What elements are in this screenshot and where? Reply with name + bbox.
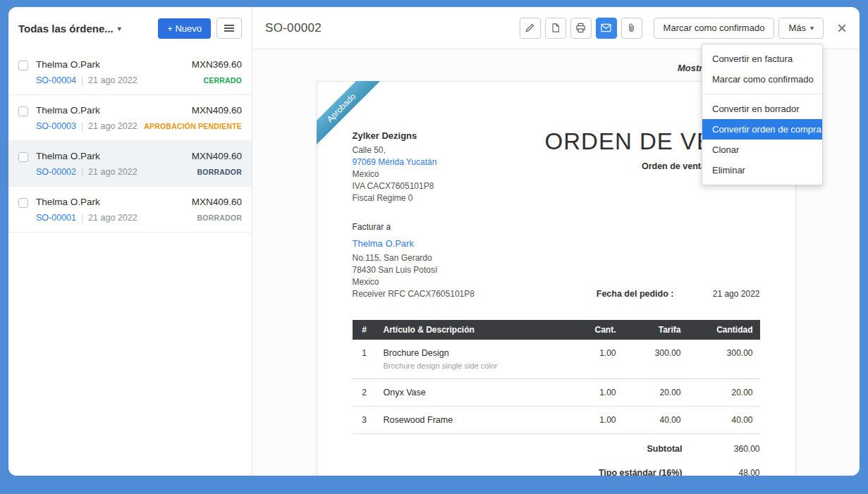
- item-amount: 20.00: [688, 379, 760, 407]
- bill-to-label: Facturar a: [353, 221, 475, 233]
- totals-section: Subtotal 360.00 Tipo estándar (16%) 48.0…: [353, 437, 760, 476]
- item-cell: Brochure Design Brochure design single s…: [377, 340, 567, 379]
- order-amount: MXN409.60: [192, 105, 242, 116]
- order-row[interactable]: Thelma O.Park MXN409.60 SO-00001 | 21 ag…: [8, 187, 252, 233]
- item-index: 1: [353, 340, 377, 379]
- desktop-background: Todas las órdene... ▾ + Nuevo Thelma O.P…: [0, 0, 868, 494]
- paperclip-icon: [627, 23, 636, 33]
- chevron-down-icon: ▾: [118, 25, 121, 32]
- order-date-row: Fecha del pedido : 21 ago 2022: [597, 289, 760, 300]
- menu-item-convert-purchase-order[interactable]: Convertir orden de compra: [702, 119, 822, 140]
- envelope-icon: [601, 23, 611, 32]
- sidebar: Todas las órdene... ▾ + Nuevo Thelma O.P…: [8, 7, 252, 476]
- order-row[interactable]: Thelma O.Park MXN409.60 SO-00003 | 21 ag…: [8, 95, 252, 141]
- order-row-body: Thelma O.Park MXN369.60 SO-00004 | 21 ag…: [36, 59, 242, 85]
- approval-ribbon-label: Aprobado: [317, 81, 385, 152]
- company-tax-id: IVA CACX7605101P8: [353, 180, 437, 192]
- status-badge: BORRADOR: [197, 214, 242, 222]
- menu-item-mark-confirmed[interactable]: Marcar como confirmado: [702, 69, 822, 89]
- item-cell: Onyx Vase: [377, 379, 567, 407]
- item-rate: 20.00: [623, 379, 688, 407]
- order-date-label: Fecha del pedido :: [597, 289, 674, 299]
- orders-filter-dropdown[interactable]: Todas las órdene... ▾: [18, 23, 152, 35]
- new-order-button[interactable]: + Nuevo: [158, 18, 211, 39]
- order-row-body: Thelma O.Park MXN409.60 SO-00001 | 21 ag…: [36, 197, 242, 223]
- order-row[interactable]: Thelma O.Park MXN369.60 SO-00004 | 21 ag…: [8, 49, 252, 95]
- menu-item-clone[interactable]: Clonar: [702, 140, 822, 160]
- order-checkbox[interactable]: [18, 61, 28, 70]
- status-badge: APROBACIÓN PENDIENTE: [144, 122, 242, 130]
- order-date: 21 ago 2022: [88, 167, 137, 177]
- order-number-link[interactable]: SO-00002: [36, 167, 76, 177]
- order-date: 21 ago 2022: [88, 121, 137, 131]
- attach-button[interactable]: [621, 18, 642, 39]
- menu-item-convert-draft[interactable]: Convertir en borrador: [702, 99, 822, 119]
- company-fiscal-regime: Fiscal Regime 0: [353, 192, 437, 204]
- printer-icon: [575, 23, 586, 33]
- menu-divider: [702, 94, 822, 94]
- item-name: Brochure Design: [384, 348, 560, 358]
- confirm-button[interactable]: Marcar como confirmado: [654, 18, 775, 39]
- menu-item-delete[interactable]: Eliminar: [702, 160, 822, 180]
- total-value: 360.00: [683, 444, 760, 454]
- order-list: Thelma O.Park MXN369.60 SO-00004 | 21 ag…: [8, 49, 252, 476]
- total-label: Subtotal: [647, 444, 683, 454]
- bill-to-block: Facturar a Thelma O.Park No.115, San Ger…: [353, 221, 475, 300]
- customer-name: Thelma O.Park: [36, 151, 100, 161]
- order-number-link[interactable]: SO-00003: [36, 121, 76, 131]
- order-row-body: Thelma O.Park MXN409.60 SO-00003 | 21 ag…: [36, 105, 242, 131]
- customer-rfc: Receiver RFC CACX7605101P8: [353, 288, 475, 300]
- table-row: 3 Rosewood Frame 1.00 40.00 40.00: [353, 407, 760, 434]
- order-amount: MXN369.60: [192, 59, 242, 70]
- item-index: 3: [353, 407, 377, 434]
- order-number-link[interactable]: SO-00001: [36, 213, 76, 223]
- company-country: Mexico: [353, 168, 437, 180]
- separator: |: [81, 75, 83, 85]
- customer-name: Thelma O.Park: [36, 197, 100, 207]
- menu-item-convert-invoice[interactable]: Convertir en factura: [702, 49, 822, 69]
- order-checkbox[interactable]: [18, 152, 28, 162]
- total-label: Tipo estándar (16%): [599, 468, 683, 476]
- email-button[interactable]: [596, 18, 617, 39]
- pdf-button[interactable]: [545, 18, 566, 39]
- hamburger-icon: [224, 23, 234, 33]
- approval-ribbon: Aprobado: [317, 81, 387, 152]
- items-table: # Artículo & Descripción Cant. Tarifa Ca…: [353, 320, 760, 434]
- item-amount: 300.00: [688, 340, 760, 379]
- chevron-down-icon: ▾: [810, 24, 814, 32]
- more-button-label: Más: [788, 23, 806, 33]
- edit-button[interactable]: [520, 18, 541, 39]
- customer-name: Thelma O.Park: [36, 105, 100, 116]
- customer-address-line: No.115, San Gerardo: [353, 252, 475, 264]
- customer-name-link[interactable]: Thelma O.Park: [353, 237, 414, 249]
- sidebar-header: Todas las órdene... ▾ + Nuevo: [8, 7, 252, 49]
- order-row-body: Thelma O.Park MXN409.60 SO-00002 | 21 ag…: [36, 151, 242, 177]
- total-value: 48.00: [683, 468, 760, 476]
- item-name: Onyx Vase: [384, 388, 560, 397]
- order-checkbox[interactable]: [18, 198, 28, 208]
- item-name: Rosewood Frame: [384, 415, 560, 425]
- separator: |: [81, 167, 83, 177]
- app-window: Todas las órdene... ▾ + Nuevo Thelma O.P…: [8, 7, 860, 476]
- page-title: SO-00002: [265, 21, 520, 35]
- column-header-index: #: [353, 320, 377, 340]
- toolbar: Marcar como confirmado Más ▾ ×: [520, 18, 847, 39]
- item-cell: Rosewood Frame: [377, 407, 567, 434]
- order-amount: MXN409.60: [192, 197, 242, 207]
- column-header-amount: Cantidad: [688, 320, 760, 340]
- detail-header: SO-00002: [252, 7, 860, 49]
- status-badge: CERRADO: [204, 76, 243, 85]
- print-button[interactable]: [570, 18, 592, 39]
- close-button[interactable]: ×: [837, 20, 847, 37]
- order-checkbox[interactable]: [18, 106, 28, 116]
- customer-name: Thelma O.Park: [36, 59, 100, 70]
- item-qty: 1.00: [567, 407, 623, 434]
- more-button[interactable]: Más ▾: [778, 18, 824, 39]
- order-amount: MXN409.60: [192, 151, 242, 161]
- list-options-button[interactable]: [216, 18, 242, 39]
- order-row-selected[interactable]: Thelma O.Park MXN409.60 SO-00002 | 21 ag…: [8, 141, 252, 187]
- table-row: 2 Onyx Vase 1.00 20.00 20.00: [353, 379, 760, 407]
- order-number-link[interactable]: SO-00004: [36, 75, 76, 85]
- total-row-standard-tax: Tipo estándar (16%) 48.00: [353, 461, 760, 476]
- item-rate: 40.00: [623, 407, 688, 434]
